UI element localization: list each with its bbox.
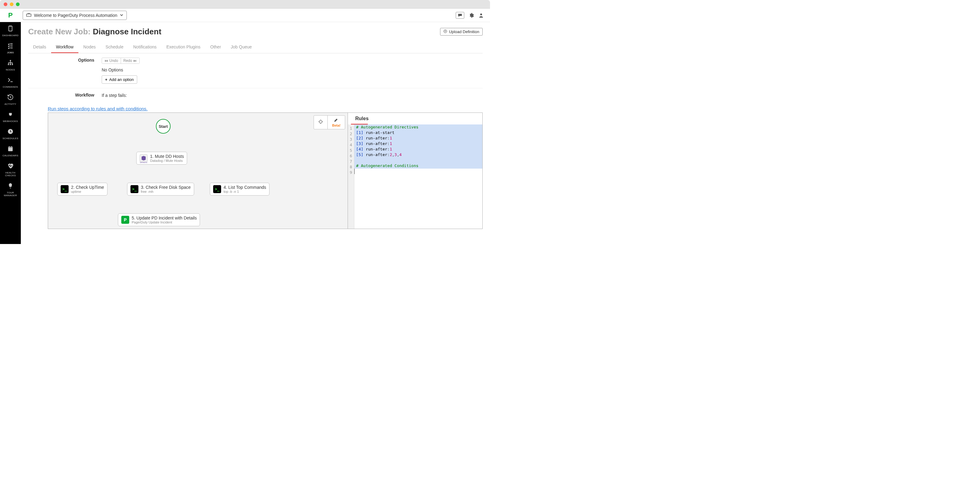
minimize-window-dot[interactable] [10, 2, 13, 6]
flow-connectors [48, 113, 140, 159]
plug-icon [7, 111, 14, 119]
sidebar-item-label: WEBHOOKS [3, 120, 18, 123]
flow-node-2[interactable]: >_ 2. Check UpTime uptime [57, 183, 108, 196]
rules-pane-title: Rules [351, 113, 368, 124]
sidebar-item-health-checks[interactable]: HEALTH CHECKS [0, 162, 21, 177]
rules-pane: Rules 123456789 # Autogenerated Directiv… [348, 113, 482, 229]
pagerduty-icon: P [121, 216, 129, 224]
step-forward-icon: ⏭ [133, 59, 137, 63]
step-back-icon: ⏮ [105, 59, 108, 63]
sidebar-item-webhooks[interactable]: WEBHOOKS [0, 110, 21, 123]
tab-workflow[interactable]: Workflow [51, 41, 78, 53]
flow-node-title: 3. Check Free Disk Space [141, 185, 191, 190]
flow-start-node[interactable]: Start [156, 119, 170, 134]
svg-rect-3 [10, 60, 11, 61]
pagerduty-logo-icon: P [8, 11, 13, 19]
workflow-failure-prompt: If a step fails: [102, 93, 127, 98]
canvas-recenter-button[interactable] [314, 116, 328, 129]
window-titlebar [0, 0, 490, 9]
flow-node-subtitle: top -b -n 1 [224, 190, 266, 193]
svg-rect-4 [8, 64, 9, 65]
svg-rect-1 [9, 26, 12, 31]
sidebar-item-nodes[interactable]: NODES [0, 59, 21, 72]
sidebar-item-activity[interactable]: ACTIVITY [0, 93, 21, 106]
tab-details[interactable]: Details [28, 41, 51, 53]
svg-point-0 [480, 13, 482, 15]
options-section-label: Options [28, 57, 102, 84]
chevron-down-icon [120, 13, 123, 18]
terminal-icon [7, 77, 14, 85]
flow-node-1[interactable]: DATADOG 1. Mute DD Hosts Datadog / Mute … [136, 152, 187, 164]
upload-definition-button[interactable]: Upload Definition [440, 28, 483, 35]
network-icon [7, 59, 14, 67]
beta-label: Beta! [332, 124, 340, 127]
redo-button[interactable]: Redo ⏭ [121, 58, 140, 64]
undo-button[interactable]: ⏮ Undo [102, 58, 121, 64]
terminal-icon: >_ [60, 185, 68, 193]
undo-redo-group: ⏮ Undo Redo ⏭ [102, 57, 140, 64]
workflow-canvas[interactable]: Beta! Start [48, 113, 348, 229]
close-window-dot[interactable] [4, 2, 7, 6]
rules-code-body[interactable]: # Autogenerated Directives[1] run-at-sta… [354, 124, 482, 229]
rules-code-editor[interactable]: 123456789 # Autogenerated Directives[1] … [348, 124, 482, 229]
options-section: Options ⏮ Undo Redo ⏭ No Options + Add a… [28, 53, 483, 88]
list-check-icon [7, 42, 14, 50]
tab-other[interactable]: Other [205, 41, 226, 53]
sidebar-item-commands[interactable]: COMMANDS [0, 76, 21, 89]
svg-rect-9 [8, 147, 13, 148]
add-option-button[interactable]: + Add an option [102, 75, 137, 84]
clock-icon [7, 128, 14, 136]
user-menu[interactable] [478, 13, 484, 18]
canvas-toolbar: Beta! [313, 115, 345, 129]
sidebar-item-label: TOUR MANAGER [0, 191, 21, 197]
flow-node-subtitle: Datadog / Mute Hosts [150, 159, 184, 163]
flow-node-title: 1. Mute DD Hosts [150, 154, 184, 159]
maximize-window-dot[interactable] [16, 2, 20, 6]
history-icon [7, 94, 14, 102]
flow-node-subtitle: uptime [71, 190, 104, 193]
workflow-section-label: Workflow [28, 92, 102, 98]
main-content: Create New Job: Diagnose Incident Upload… [21, 22, 490, 244]
project-selector[interactable]: Welcome to PagerDuty Process Automation [23, 11, 127, 20]
flow-node-title: 5. Update PD Incident with Details [132, 215, 197, 220]
tab-execution-plugins[interactable]: Execution Plugins [161, 41, 205, 53]
flow-node-3[interactable]: >_ 3. Check Free Disk Space free -mh [127, 183, 194, 196]
messages-button[interactable] [456, 12, 464, 19]
flow-node-4[interactable]: >_ 4. List Top Commands top -b -n 1 [210, 183, 269, 196]
lightbulb-icon [7, 182, 14, 190]
toolbox-icon [26, 13, 32, 18]
canvas-edit-button[interactable]: Beta! [328, 116, 345, 129]
sidebar-item-label: HEALTH CHECKS [0, 171, 21, 177]
heartbeat-icon [7, 163, 14, 171]
sidebar-item-label: COMMANDS [3, 86, 18, 88]
sidebar-item-jobs[interactable]: JOBS [0, 42, 21, 54]
tab-notifications[interactable]: Notifications [128, 41, 161, 53]
crosshair-icon [318, 119, 323, 125]
top-bar: P Welcome to PagerDuty Process Automatio… [0, 9, 490, 22]
no-options-text: No Options [102, 67, 483, 72]
svg-point-11 [320, 120, 322, 123]
flow-node-5[interactable]: P 5. Update PD Incident with Details Pag… [118, 213, 200, 226]
left-sidebar: DASHBOARD JOBS NODES COMMANDS ACTIVITY W… [0, 22, 21, 244]
page-title: Create New Job: Diagnose Incident [28, 27, 161, 37]
sidebar-item-calendars[interactable]: CALENDARS [0, 145, 21, 158]
sidebar-item-label: ACTIVITY [5, 103, 16, 105]
logo-cell: P [0, 11, 21, 19]
clipboard-icon [7, 25, 14, 33]
sidebar-item-schedules[interactable]: SCHEDULES [0, 128, 21, 140]
flow-node-title: 2. Check UpTime [71, 185, 104, 190]
terminal-icon: >_ [130, 185, 138, 193]
sidebar-item-tour-manager[interactable]: TOUR MANAGER [0, 182, 21, 198]
sidebar-item-label: JOBS [7, 51, 14, 54]
tab-schedule[interactable]: Schedule [101, 41, 128, 53]
sidebar-item-dashboard[interactable]: DASHBOARD [0, 24, 21, 37]
sidebar-item-label: NODES [6, 69, 15, 71]
workflow-mode-link[interactable]: Run steps according to rules and with co… [48, 106, 483, 111]
tab-nodes[interactable]: Nodes [78, 41, 100, 53]
settings-button[interactable] [469, 13, 474, 18]
tab-job-queue[interactable]: Job Queue [226, 41, 257, 53]
flow-node-title: 4. List Top Commands [224, 185, 266, 190]
svg-rect-2 [10, 26, 11, 27]
upload-icon [444, 29, 447, 34]
sidebar-item-label: DASHBOARD [2, 34, 18, 37]
